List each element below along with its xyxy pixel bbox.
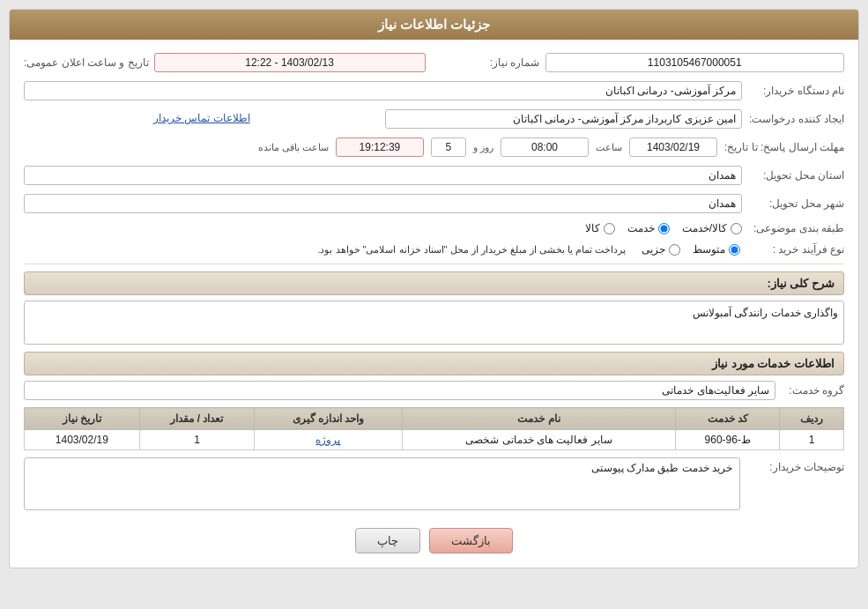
cell-code: ط-96-960: [676, 430, 780, 450]
table-row: 1 ط-96-960 سایر فعالیت های خدماتی شخصی پ…: [25, 430, 844, 450]
col-code: کد خدمت: [676, 408, 780, 430]
noee-label-jozii: جزیی: [642, 243, 665, 256]
col-date: تاریخ نیاز: [25, 408, 140, 430]
tarikh-aalan-label: تاریخ و ساعت اعلان عمومی:: [24, 56, 149, 69]
tozihat-value: خرید خدمت طبق مدارک پیوستی: [24, 457, 740, 510]
tabaqe-radio-group: کالا/خدمت خدمت کالا: [585, 222, 742, 234]
tabaqe-option-kala[interactable]: کالا: [585, 222, 615, 234]
page-header: جزئیات اطلاعات نیاز: [10, 10, 858, 40]
mohlat-baqi-label: ساعت باقی مانده: [258, 142, 329, 153]
mohlat-label: مهلت ارسال پاسخ: تا تاریخ:: [724, 141, 844, 153]
sharh-section-header: شرح کلی نیاز:: [24, 271, 844, 295]
shahr-label: شهر محل تحویل:: [747, 197, 844, 210]
cell-unit[interactable]: پروژه: [255, 430, 402, 450]
ijad-konande-value: امین عزیزی کاربرداز مرکز آموزشی- درمانی …: [385, 109, 743, 129]
noee-option-motavaset[interactable]: متوسط: [693, 243, 740, 256]
mohlat-baqi-value: 19:12:39: [336, 137, 424, 157]
col-radif: ردیف: [780, 408, 844, 430]
sharh-section-title: شرح کلی نیاز:: [767, 277, 835, 290]
group-value: سایر فعالیت‌های خدماتی: [24, 381, 775, 400]
noee-label: نوع فرآیند خرید :: [747, 243, 844, 256]
cell-radif: 1: [780, 430, 844, 450]
services-table: ردیف کد خدمت نام خدمت واحد اندازه گیری ت…: [24, 407, 844, 450]
sharh-value: واگذاری خدمات رانندگی آمبولانس: [24, 301, 844, 345]
noee-option-jozii[interactable]: جزیی: [642, 243, 680, 256]
noee-radio-group: متوسط جزیی: [642, 243, 740, 256]
tozihat-label: توضیحات خریدار:: [747, 457, 844, 473]
cell-count: 1: [139, 430, 255, 450]
service-info-header: اطلاعات خدمات مورد نیاز: [24, 352, 844, 375]
tabaqe-option-khedmat[interactable]: خدمت: [627, 222, 670, 234]
tabaqe-label-kala: کالا: [585, 222, 600, 234]
print-button[interactable]: چاپ: [355, 528, 420, 553]
service-info-title: اطلاعات خدمات مورد نیاز: [712, 357, 835, 370]
nam-dastgah-value: مرکز آموزشی- درمانی اکباتان: [24, 81, 742, 100]
noee-radio-jozii[interactable]: [669, 244, 680, 256]
ijad-konande-label: ایجاد کننده درخواست:: [747, 113, 844, 125]
tabaqe-label-khedmat: خدمت: [627, 222, 655, 234]
mohlat-saat-label: ساعت: [596, 142, 622, 153]
col-unit: واحد اندازه گیری: [255, 408, 402, 430]
nam-dastgah-label: نام دستگاه خریدار:: [747, 85, 844, 97]
ostan-label: استان محل تحویل:: [747, 169, 844, 182]
shomare-niaz-value: 1103105467000051: [545, 53, 845, 72]
col-count: تعداد / مقدار: [139, 408, 255, 430]
tarikh-aalan-value: 1403/02/13 - 12:22: [154, 53, 426, 72]
tabaqe-radio-kala[interactable]: [604, 223, 615, 234]
shahr-value: همدان: [24, 194, 742, 213]
mohlat-date: 1403/02/19: [629, 137, 717, 157]
cell-name: سایر فعالیت های خدماتی شخصی: [402, 430, 676, 450]
mohlat-saat-value: 08:00: [501, 137, 589, 157]
back-button[interactable]: بازگشت: [429, 528, 513, 553]
tabaqe-radio-kala-khedmat[interactable]: [731, 223, 742, 234]
col-name: نام خدمت: [402, 408, 676, 430]
header-title: جزئیات اطلاعات نیاز: [378, 17, 490, 32]
cell-date: 1403/02/19: [25, 430, 140, 450]
mohlat-roz-label: روز و: [473, 142, 493, 153]
mohlat-roz-value: 5: [431, 137, 466, 157]
tabaqe-radio-khedmat[interactable]: [658, 223, 670, 234]
tabaqe-label: طبقه بندی موضوعی:: [747, 222, 844, 234]
shomare-niaz-label: شماره نیاز:: [443, 56, 540, 69]
action-buttons: بازگشت چاپ: [24, 521, 844, 557]
noee-note: پرداخت تمام یا بخشی از مبلغ خریدار از مح…: [317, 244, 626, 256]
noee-label-motavaset: متوسط: [693, 243, 725, 256]
tabaqe-label-kala-khedmat: کالا/خدمت: [682, 222, 727, 234]
ettelaat-tamas-link[interactable]: اطلاعات تماس خریدار: [24, 109, 380, 129]
group-label: گروه خدمت:: [783, 384, 844, 397]
ostan-value: همدان: [24, 166, 742, 185]
noee-radio-motavaset[interactable]: [729, 244, 740, 256]
tabaqe-option-kala-khedmat[interactable]: کالا/خدمت: [682, 222, 742, 234]
